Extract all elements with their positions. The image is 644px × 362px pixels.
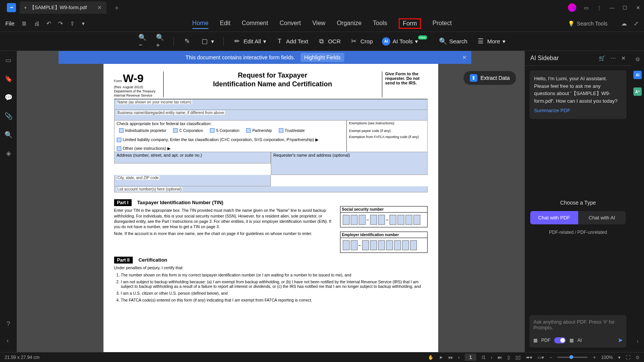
zoom-out-status-icon[interactable]: − [549,355,552,360]
collapse-left-icon[interactable]: ‹ [6,337,10,345]
separator [173,37,174,46]
tab-edit[interactable]: Edit [220,18,231,29]
certification-list: The number shown on this form is my corr… [121,273,428,302]
bookmark-icon[interactable]: 🔖 [5,75,13,83]
single-page-icon[interactable]: ▯ [507,355,510,360]
zoom-in-button[interactable]: 🔍+ [156,37,164,46]
thumbnails-icon[interactable]: ▭ [5,56,11,64]
save-icon[interactable]: 🗎 [21,20,27,27]
cb-partnership[interactable]: Partnership [246,128,272,133]
search-tools[interactable]: 💡 Search Tools [568,21,607,27]
fit-width-icon[interactable]: ⬌▾ [526,355,532,360]
file-menu[interactable]: File [5,20,14,27]
business-name-field[interactable]: Business name/disregarded entity name, i… [114,110,428,121]
zoom-dropdown-icon[interactable]: ▾ [618,355,620,360]
new-tab-button[interactable]: ＋ [113,3,120,12]
cb-individual[interactable]: Individual/sole proprietor [119,128,167,133]
chevron-down-icon[interactable]: ▾ [24,5,27,10]
address-field[interactable]: Address (number, street, and apt. or sui… [114,152,271,164]
pdf-page[interactable]: Print or type See Specific Instructions … [103,64,438,352]
ai-tools-button[interactable]: AIAI Tools▾New [382,37,429,46]
layers-icon[interactable]: ◈ [6,149,11,157]
attachment-icon[interactable]: 📎 [5,112,13,120]
crop-button[interactable]: ✂Crop [350,37,373,46]
ocr-button[interactable]: ⧉OCR [317,37,340,46]
share-icon[interactable]: ⇪ [70,20,75,27]
cb-llc[interactable]: Limited liability company. Enter the tax… [117,137,344,142]
panel-icon[interactable]: ▭ [583,5,589,11]
fit-page-icon[interactable]: ⊙ [636,355,639,360]
tab-protect[interactable]: Protect [433,18,452,29]
print-icon[interactable]: 🖨 [34,20,40,27]
hand-tool-icon[interactable]: ✋ [428,355,434,360]
next-page-icon[interactable]: › [491,355,492,360]
select-tool-icon[interactable]: ➤ [439,355,443,360]
tab-form[interactable]: Form [399,18,421,29]
zoom-out-button[interactable]: 🔍− [138,37,147,46]
dropdown-icon[interactable]: ▾ [82,20,85,27]
tab-organize[interactable]: Organize [337,18,361,29]
edit-all-button[interactable]: ✏Edit All▾ [233,37,266,46]
close-window-icon[interactable]: ✕ [635,5,641,11]
cb-trust[interactable]: Trust/estate [279,128,305,133]
summarize-link[interactable]: Summarize PDF [534,107,622,114]
cb-other[interactable]: Other (see instructions) ▶ [117,146,344,151]
undo-icon[interactable]: ↶ [46,20,51,27]
close-banner-icon[interactable]: ✕ [462,54,467,60]
search-button[interactable]: 🔍Search [439,37,467,46]
tab-view[interactable]: View [312,18,325,29]
avatar[interactable] [568,3,576,12]
read-mode-icon[interactable]: ▭▾ [537,355,544,360]
minimize-icon[interactable]: — [609,5,615,11]
name-field[interactable]: Name (as shown on your income tax return… [114,99,428,110]
document-tab[interactable]: ▾ 【SAMPLE】W9-form.pdf ✕ [20,2,107,14]
cb-s-corp[interactable]: S Corporation [210,128,240,133]
highlight-button[interactable]: ✎ [183,37,191,46]
part1-title: Taxpayer Identification Number (TIN) [137,200,224,205]
more-button[interactable]: ☰More▾ [477,37,506,46]
chat-with-pdf-button[interactable]: Chat with PDF [530,211,578,224]
cb-c-corp[interactable]: C Corporation [173,128,203,133]
settings-icon[interactable]: ⚙ [635,56,640,62]
redo-icon[interactable]: ↷ [58,20,63,27]
search-panel-icon[interactable]: 🔍 [5,131,13,139]
collapse-right-icon[interactable]: › [637,338,639,344]
more-icon[interactable]: ⋯ [611,55,616,61]
tab-tools[interactable]: Tools [373,18,387,29]
requester-field[interactable]: Requester's name and address (optional) [271,152,428,175]
first-page-icon[interactable]: ⏮ [448,355,453,360]
last-page-icon[interactable]: ⏭ [498,355,502,360]
zoom-in-status-icon[interactable]: + [593,355,596,360]
city-field[interactable]: City, state, and ZIP code [114,175,271,186]
page-input[interactable] [465,354,476,361]
add-text-button[interactable]: TAdd Text [275,37,308,46]
expand-icon[interactable]: ⤢ [634,20,639,27]
two-page-icon[interactable]: ▯▯ [515,355,521,360]
extract-data-button[interactable]: ⬆ Extract Data [463,71,516,85]
pdf-toggle[interactable] [554,337,566,343]
comment-icon[interactable]: 💬 [5,94,13,102]
chat-with-ai-button[interactable]: Chat with AI [578,211,626,224]
new-badge: New [418,35,427,40]
cloud-icon[interactable]: ☁ [621,20,627,27]
ai-translate-icon[interactable]: A⁺ [633,87,642,96]
account-field[interactable]: List account number(s) here (optional) [114,186,428,192]
left-sidebar: ▭ 🔖 💬 📎 🔍 ◈ ? ‹ [0,51,17,352]
close-tab-icon[interactable]: ✕ [97,5,102,11]
tab-home[interactable]: Home [192,18,208,29]
maximize-icon[interactable]: ☐ [622,5,628,11]
shape-button[interactable]: ▢▾ [200,37,214,46]
fullscreen-icon[interactable]: ⛶ [626,355,630,360]
prev-page-icon[interactable]: ‹ [458,355,460,360]
cart-icon[interactable]: 🛒 [599,55,605,61]
kebab-icon[interactable]: ⋮ [596,5,602,11]
close-sidebar-icon[interactable]: ✕ [621,55,626,61]
highlight-fields-button[interactable]: Highlight Fields [301,53,345,62]
tab-convert[interactable]: Convert [280,18,301,29]
tab-comment[interactable]: Comment [242,18,268,29]
ai-rail-icon[interactable]: AI [633,71,642,79]
ai-input-box[interactable]: Ask anything about PDF. Press '#' for Pr… [530,315,627,348]
help-icon[interactable]: ? [6,320,10,328]
zoom-slider[interactable] [557,357,588,358]
send-icon[interactable]: ➤ [618,337,623,344]
